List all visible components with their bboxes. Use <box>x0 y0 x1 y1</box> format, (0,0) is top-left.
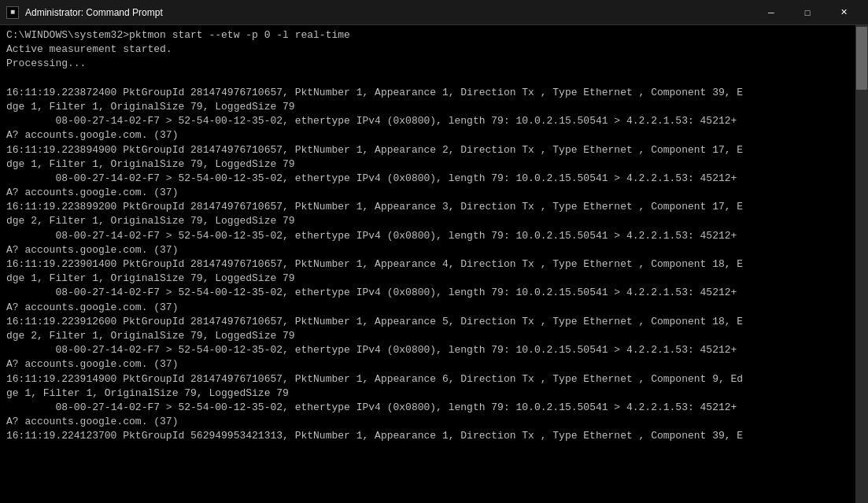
title-bar-controls: ─ □ ✕ <box>753 0 862 25</box>
title-bar: ■ Administrator: Command Prompt ─ □ ✕ <box>0 0 868 25</box>
scrollbar-thumb[interactable] <box>856 27 867 90</box>
window-icon: ■ <box>6 6 19 19</box>
scrollbar[interactable] <box>855 25 868 503</box>
window-title: Administrator: Command Prompt <box>25 7 753 18</box>
terminal-content[interactable]: C:\WINDOWS\system32>pktmon start --etw -… <box>0 25 855 503</box>
minimize-button[interactable]: ─ <box>753 0 789 25</box>
content-area: C:\WINDOWS\system32>pktmon start --etw -… <box>0 25 868 503</box>
close-button[interactable]: ✕ <box>826 0 862 25</box>
restore-button[interactable]: □ <box>789 0 826 25</box>
window: ■ Administrator: Command Prompt ─ □ ✕ C:… <box>0 0 868 503</box>
